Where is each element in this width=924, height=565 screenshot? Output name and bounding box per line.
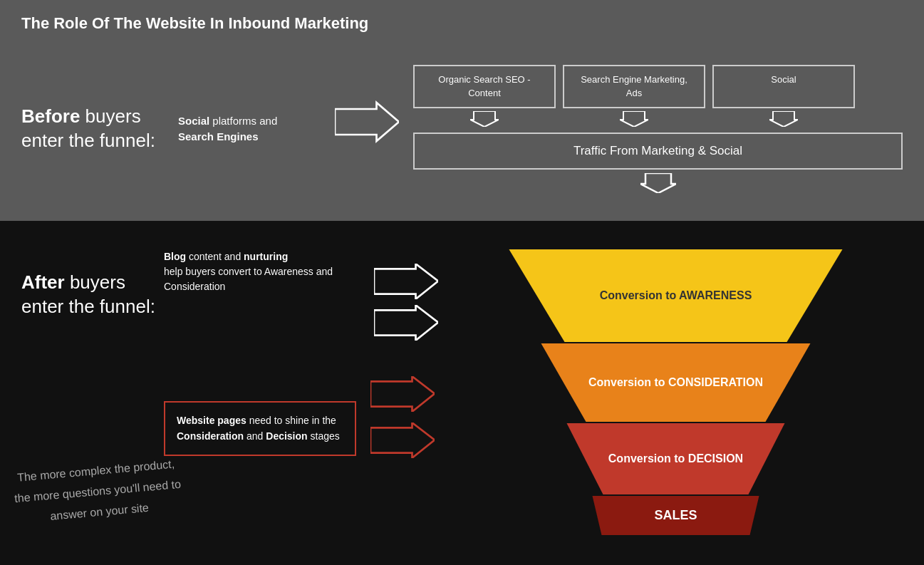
consideration-bold: Consideration bbox=[177, 430, 244, 442]
big-arrow-right bbox=[335, 100, 399, 143]
funnel-awareness: Conversion to AWARENESS bbox=[491, 249, 861, 342]
bottom-section: After buyersenter the funnel: Blog conte… bbox=[0, 221, 924, 565]
page-title: The Role Of The Website In Inbound Marke… bbox=[21, 14, 903, 33]
top-arrows bbox=[374, 249, 438, 341]
arrows-column bbox=[356, 242, 449, 458]
social-bold: Social bbox=[178, 115, 209, 127]
website-box: Website pages need to shine in the Consi… bbox=[164, 401, 356, 456]
before-label: Before buyersenter the funnel: bbox=[21, 105, 178, 153]
svg-marker-3 bbox=[769, 111, 798, 127]
funnel-sales: SALES bbox=[583, 496, 769, 535]
nurturing-bold: nurturing bbox=[244, 251, 288, 262]
down-arrow-sem bbox=[563, 111, 705, 127]
top-content: Before buyersenter the funnel: Social pl… bbox=[21, 47, 903, 211]
source-box-sem: Search Engine Marketing, Ads bbox=[563, 65, 705, 108]
middle-column: Blog content and nurturing help buyers c… bbox=[164, 242, 356, 456]
traffic-down-arrow bbox=[413, 173, 903, 193]
funnel-consideration: Conversion to CONSIDERATION bbox=[526, 343, 826, 422]
social-search-label: Social platforms and Search Engines bbox=[178, 113, 321, 145]
svg-marker-0 bbox=[335, 103, 399, 141]
svg-marker-4 bbox=[640, 173, 676, 193]
after-label: After buyersenter the funnel: bbox=[21, 242, 164, 319]
funnel: Conversion to AWARENESS Conversion to CO… bbox=[449, 242, 903, 535]
decision-bold: Decision bbox=[266, 430, 307, 442]
svg-marker-5 bbox=[374, 264, 438, 299]
blog-rest: help buyers convert to Awareness and Con… bbox=[164, 266, 333, 292]
source-boxes: Organic Search SEO - Content Search Engi… bbox=[413, 65, 903, 108]
svg-marker-7 bbox=[370, 376, 435, 412]
blog-bold: Blog bbox=[164, 251, 186, 262]
source-down-arrows bbox=[413, 111, 903, 127]
down-arrow-seo bbox=[413, 111, 556, 127]
source-box-social: Social bbox=[712, 65, 855, 108]
svg-marker-1 bbox=[470, 111, 499, 127]
bottom-arrows bbox=[370, 376, 435, 458]
after-bold: After bbox=[21, 271, 65, 293]
down-arrow-social bbox=[712, 111, 855, 127]
social-rest: platforms and bbox=[209, 115, 277, 127]
traffic-box: Traffic From Marketing & Social bbox=[413, 133, 903, 170]
svg-marker-8 bbox=[370, 423, 435, 458]
funnel-decision: Conversion to DECISION bbox=[555, 423, 797, 494]
before-bold: Before bbox=[21, 105, 80, 127]
blog-content: Blog content and nurturing help buyers c… bbox=[164, 249, 356, 294]
svg-marker-6 bbox=[374, 305, 438, 341]
svg-marker-2 bbox=[620, 111, 648, 127]
top-section: The Role Of The Website In Inbound Marke… bbox=[0, 0, 924, 221]
top-right-panel: Organic Search SEO - Content Search Engi… bbox=[413, 65, 903, 192]
website-pages-bold: Website pages bbox=[177, 415, 246, 426]
search-engines-bold: Search Engines bbox=[178, 130, 259, 142]
source-box-seo: Organic Search SEO - Content bbox=[413, 65, 556, 108]
